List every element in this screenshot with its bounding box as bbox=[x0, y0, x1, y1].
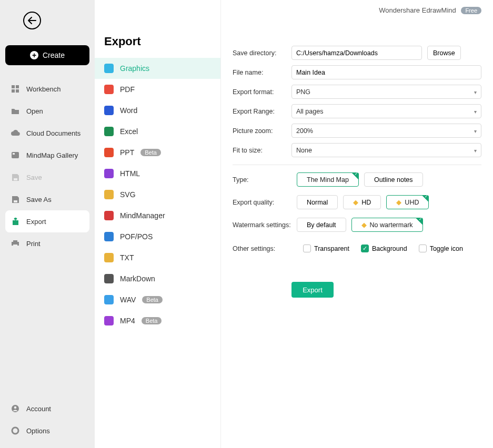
format-label: Graphics bbox=[120, 64, 149, 73]
file-type-icon bbox=[104, 316, 114, 325]
file-type-icon bbox=[104, 64, 114, 73]
svg-rect-5 bbox=[13, 153, 15, 155]
format-item-txt[interactable]: TXT bbox=[95, 247, 220, 268]
sidebar-item-mindmap-gallery[interactable]: MindMap Gallery bbox=[5, 144, 89, 166]
checkbox-toggle-icon[interactable]: Toggle icon bbox=[419, 245, 463, 252]
sidebar-item-label: Workbench bbox=[26, 85, 61, 93]
format-label: PDF bbox=[120, 85, 135, 94]
sidebar-item-workbench[interactable]: Workbench bbox=[5, 78, 89, 100]
browse-button[interactable]: Browse bbox=[427, 46, 461, 60]
svg-point-15 bbox=[14, 430, 16, 432]
watermark-option-none[interactable]: ◆ No wartermark bbox=[351, 218, 423, 232]
pill-label: No wartermark bbox=[370, 221, 413, 229]
format-item-mindmanager[interactable]: MindManager bbox=[95, 205, 220, 226]
quality-option-uhd[interactable]: ◆ UHD bbox=[386, 195, 429, 209]
checkbox-background[interactable]: ✓ Background bbox=[361, 245, 407, 252]
format-label: TXT bbox=[120, 253, 134, 262]
sidebar-item-options[interactable]: Options bbox=[5, 420, 89, 442]
format-item-markdown[interactable]: MarkDown bbox=[95, 268, 220, 289]
back-button[interactable] bbox=[23, 12, 41, 29]
format-item-pof-pos[interactable]: POF/POS bbox=[95, 226, 220, 247]
sidebar-item-print[interactable]: Print bbox=[5, 232, 89, 254]
cloud-icon bbox=[11, 130, 20, 136]
sidebar-item-cloud-documents[interactable]: Cloud Documents bbox=[5, 122, 89, 144]
file-type-icon bbox=[104, 253, 114, 262]
quality-label: Export quality: bbox=[233, 199, 291, 206]
picture-zoom-label: Picture zoom: bbox=[233, 127, 291, 135]
plus-icon: + bbox=[30, 51, 38, 59]
chevron-down-icon: ▾ bbox=[474, 89, 477, 95]
quality-option-normal[interactable]: Normal bbox=[297, 195, 338, 209]
quality-option-hd[interactable]: ◆ HD bbox=[343, 195, 381, 209]
format-item-wav[interactable]: WAVBeta bbox=[95, 289, 220, 310]
left-sidebar: + Create Workbench Open Cloud Documents … bbox=[0, 0, 95, 448]
format-item-pdf[interactable]: PDF bbox=[95, 79, 220, 100]
checkbox-icon bbox=[419, 245, 427, 252]
gear-icon bbox=[11, 426, 20, 435]
pill-label: The Mind Map bbox=[307, 176, 349, 184]
format-item-html[interactable]: HTML bbox=[95, 163, 220, 184]
chevron-down-icon: ▾ bbox=[474, 128, 477, 134]
divider bbox=[233, 165, 481, 165]
beta-badge: Beta bbox=[142, 317, 162, 324]
save-icon bbox=[11, 174, 20, 181]
sidebar-item-label: MindMap Gallery bbox=[26, 151, 78, 159]
create-label: Create bbox=[43, 51, 65, 59]
svg-rect-11 bbox=[13, 245, 17, 247]
selected-corner-icon bbox=[351, 172, 359, 180]
sidebar-item-label: Print bbox=[26, 240, 41, 248]
svg-rect-4 bbox=[12, 152, 19, 158]
checkbox-label: Transparent bbox=[314, 245, 349, 252]
sidebar-item-label: Save As bbox=[26, 196, 52, 203]
format-item-svg[interactable]: SVG bbox=[95, 184, 220, 205]
export-format-list: Export GraphicsPDFWordExcelPPTBetaHTMLSV… bbox=[95, 0, 221, 448]
format-label: MarkDown bbox=[120, 274, 155, 283]
type-option-mindmap[interactable]: The Mind Map bbox=[297, 172, 359, 187]
pill-label: Normal bbox=[307, 199, 328, 206]
filename-field[interactable] bbox=[296, 69, 477, 76]
format-item-ppt[interactable]: PPTBeta bbox=[95, 142, 220, 163]
sidebar-item-label: Options bbox=[26, 427, 50, 435]
chevron-down-icon: ▾ bbox=[474, 108, 477, 114]
file-type-icon bbox=[104, 148, 114, 157]
file-type-icon bbox=[104, 211, 114, 220]
sidebar-item-label: Account bbox=[26, 405, 51, 413]
format-label: HTML bbox=[120, 169, 140, 178]
format-item-excel[interactable]: Excel bbox=[95, 121, 220, 142]
svg-rect-7 bbox=[14, 200, 17, 202]
fit-to-size-select[interactable]: None ▾ bbox=[291, 143, 481, 157]
brand-tier-badge: Free bbox=[461, 7, 481, 14]
picture-zoom-select[interactable]: 200% ▾ bbox=[291, 124, 481, 138]
checkbox-label: Toggle icon bbox=[430, 245, 463, 252]
export-button[interactable]: Export bbox=[291, 282, 334, 298]
create-button[interactable]: + Create bbox=[5, 45, 89, 65]
folder-icon bbox=[11, 107, 20, 115]
export-range-select[interactable]: All pages ▾ bbox=[291, 104, 481, 118]
format-item-mp4[interactable]: MP4Beta bbox=[95, 310, 220, 331]
sidebar-item-save-as[interactable]: Save As bbox=[5, 188, 89, 210]
format-label: PPT bbox=[120, 148, 134, 157]
checkbox-transparent[interactable]: Transparent bbox=[303, 245, 349, 252]
sidebar-item-save[interactable]: Save bbox=[5, 166, 89, 188]
format-item-word[interactable]: Word bbox=[95, 100, 220, 121]
watermark-option-default[interactable]: By default bbox=[297, 218, 346, 232]
sidebar-item-account[interactable]: Account bbox=[5, 398, 89, 420]
export-format-select[interactable]: PNG ▾ bbox=[291, 85, 481, 99]
type-option-outline[interactable]: Outline notes bbox=[364, 172, 423, 187]
file-type-icon bbox=[104, 106, 114, 115]
format-label: MP4 bbox=[120, 317, 135, 325]
sidebar-item-open[interactable]: Open bbox=[5, 100, 89, 122]
sidebar-item-label: Cloud Documents bbox=[26, 129, 81, 137]
format-item-graphics[interactable]: Graphics bbox=[95, 58, 220, 79]
sidebar-item-export[interactable]: Export bbox=[5, 210, 89, 232]
format-label: MindManager bbox=[120, 211, 165, 220]
pill-label: Outline notes bbox=[374, 176, 413, 184]
beta-badge: Beta bbox=[140, 149, 161, 156]
selected-corner-icon bbox=[421, 195, 429, 202]
export-options-panel: Wondershare EdrawMind Free Save director… bbox=[221, 0, 493, 448]
file-type-icon bbox=[104, 190, 114, 199]
save-directory-field[interactable] bbox=[296, 49, 417, 57]
save-directory-input[interactable] bbox=[291, 46, 422, 60]
type-label: Type: bbox=[233, 176, 291, 184]
filename-input[interactable] bbox=[291, 65, 481, 79]
